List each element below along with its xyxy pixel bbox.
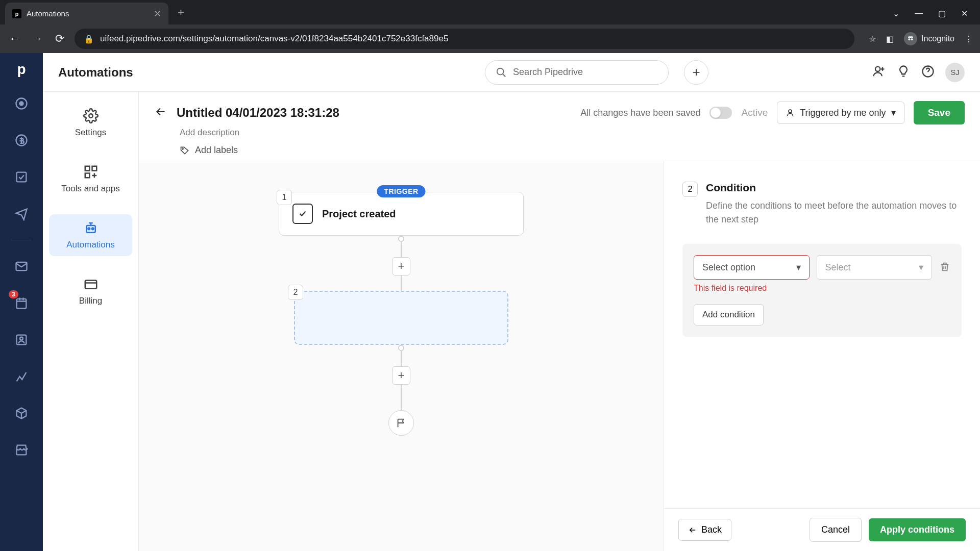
trigger-badge: TRIGGER — [377, 185, 425, 197]
extensions-icon[interactable]: ◧ — [886, 34, 894, 44]
step-number-1: 1 — [277, 190, 292, 205]
chevron-down-icon[interactable]: ⌄ — [893, 9, 899, 18]
automation-canvas[interactable]: 1 TRIGGER Project created — [139, 161, 664, 551]
back-arrow-button[interactable] — [154, 105, 167, 120]
add-step-button[interactable]: + — [392, 366, 410, 385]
step-number-2: 2 — [288, 285, 303, 300]
svg-point-10 — [497, 68, 504, 74]
svg-point-22 — [182, 148, 184, 149]
condition-operator-dropdown[interactable]: Select ▾ — [817, 255, 933, 280]
panel-footer: Back Cancel Apply conditions — [664, 508, 980, 551]
incognito-icon — [904, 32, 917, 45]
svg-rect-20 — [85, 281, 96, 289]
automation-title[interactable]: Untitled 04/01/2023 18:31:28 — [177, 106, 339, 120]
trigger-scope-dropdown[interactable]: Triggered by me only ▾ — [777, 102, 904, 124]
rail-item-products[interactable] — [11, 403, 32, 424]
chevron-down-icon: ▾ — [796, 262, 801, 273]
app-logo[interactable]: p — [17, 61, 26, 78]
condition-block: Select option ▾ Select ▾ — [682, 244, 962, 337]
svg-point-0 — [908, 38, 910, 40]
lock-icon: 🔒 — [84, 34, 94, 44]
subnav-tools[interactable]: Tools and apps — [49, 158, 132, 200]
add-step-button[interactable]: + — [392, 257, 410, 276]
user-icon — [786, 108, 795, 117]
window-controls: ⌄ — ▢ ✕ — [893, 9, 980, 18]
browser-tab[interactable]: p Automations ✕ — [5, 3, 168, 24]
search-placeholder: Search Pipedrive — [513, 67, 583, 78]
active-label: Active — [741, 107, 768, 118]
invite-icon[interactable] — [872, 64, 886, 81]
rail-item-focus[interactable] — [11, 93, 32, 114]
trigger-node-title: Project created — [322, 208, 396, 220]
apply-conditions-button[interactable]: Apply conditions — [869, 518, 966, 541]
browser-menu-icon[interactable]: ⋮ — [965, 34, 973, 44]
nav-forward-button: → — [30, 32, 45, 45]
cancel-button[interactable]: Cancel — [810, 518, 862, 542]
close-tab-icon[interactable]: ✕ — [154, 8, 161, 19]
maximize-icon[interactable]: ▢ — [938, 9, 946, 18]
connector — [401, 242, 402, 257]
rail-item-activities[interactable]: 3 — [11, 292, 32, 314]
page-title: Automations — [58, 65, 133, 80]
field-error-text: This field is required — [694, 284, 950, 293]
rail-item-marketplace[interactable] — [11, 439, 32, 461]
svg-point-9 — [20, 337, 23, 340]
add-description-link[interactable]: Add description — [180, 128, 965, 138]
active-toggle[interactable] — [709, 107, 732, 119]
project-icon — [292, 204, 313, 224]
user-avatar[interactable]: SJ — [945, 63, 965, 82]
condition-panel: 2 Condition Define the conditions to mee… — [664, 161, 980, 551]
address-bar[interactable]: 🔒 uifeed.pipedrive.com/settings/automati… — [75, 29, 854, 49]
search-icon — [496, 67, 507, 78]
svg-rect-7 — [17, 299, 27, 309]
trigger-node[interactable]: TRIGGER Project created — [279, 192, 524, 236]
add-labels-link[interactable]: Add labels — [180, 145, 965, 156]
svg-point-1 — [911, 38, 913, 40]
subnav-automations[interactable]: Automations — [49, 214, 132, 256]
rail-item-contacts[interactable] — [11, 329, 32, 350]
add-condition-button[interactable]: Add condition — [694, 304, 764, 325]
close-window-icon[interactable]: ✕ — [961, 9, 968, 18]
new-tab-button[interactable]: + — [178, 6, 184, 19]
panel-back-button[interactable]: Back — [678, 519, 731, 541]
svg-rect-16 — [85, 173, 89, 178]
tag-icon — [180, 145, 190, 156]
condition-field-dropdown[interactable]: Select option ▾ — [694, 255, 810, 280]
search-input[interactable]: Search Pipedrive — [485, 60, 669, 85]
rail-badge: 3 — [9, 290, 18, 298]
tools-icon — [83, 164, 99, 180]
svg-rect-14 — [85, 166, 89, 171]
subnav-settings[interactable]: Settings — [49, 102, 132, 144]
rail-item-projects[interactable] — [11, 166, 32, 188]
quick-add-button[interactable]: + — [684, 60, 708, 85]
connector — [401, 385, 402, 410]
rail-item-mail[interactable] — [11, 256, 32, 277]
card-icon — [83, 277, 99, 292]
assistant-icon[interactable] — [896, 64, 911, 81]
automation-header: Untitled 04/01/2023 18:31:28 All changes… — [139, 92, 980, 161]
flag-icon — [396, 417, 407, 429]
rail-item-campaigns[interactable] — [11, 203, 32, 224]
incognito-badge[interactable]: Incognito — [904, 32, 954, 45]
bookmark-icon[interactable]: ☆ — [869, 34, 876, 44]
condition-node-placeholder[interactable] — [294, 291, 508, 345]
svg-point-18 — [88, 228, 90, 230]
panel-step-number: 2 — [682, 182, 698, 197]
nav-back-button[interactable]: ← — [7, 32, 22, 45]
robot-icon — [83, 220, 99, 236]
reload-button[interactable]: ⟳ — [52, 32, 67, 45]
connector — [401, 351, 402, 366]
gear-icon — [83, 108, 99, 123]
minimize-icon[interactable]: — — [915, 9, 923, 18]
subnav-billing[interactable]: Billing — [49, 270, 132, 312]
panel-description: Define the conditions to meet before the… — [706, 199, 962, 227]
address-bar-row: ← → ⟳ 🔒 uifeed.pipedrive.com/settings/au… — [0, 24, 980, 53]
connector-dot — [398, 236, 404, 242]
rail-item-insights[interactable] — [11, 366, 32, 387]
help-icon[interactable] — [921, 64, 935, 81]
trash-icon — [939, 261, 950, 272]
save-button[interactable]: Save — [914, 101, 965, 124]
svg-point-21 — [789, 110, 792, 113]
rail-item-deals[interactable] — [11, 130, 32, 151]
delete-condition-button[interactable] — [939, 261, 950, 274]
